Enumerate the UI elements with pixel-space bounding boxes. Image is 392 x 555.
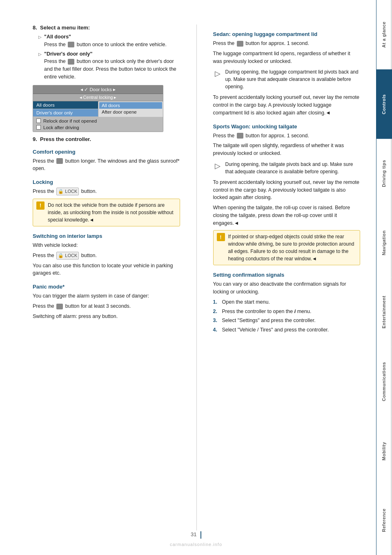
panic-text2: Press the button for at least 3 seconds. [33, 302, 180, 310]
step-4-num: 4. [213, 326, 220, 334]
driveronly-desc: Press the button once to unlock only the… [44, 58, 176, 80]
comfort-heading: Comfort opening [33, 149, 180, 155]
sports-warning-box: ! If pointed or sharp-edged objects coul… [213, 230, 361, 265]
step-8-number: 8. [33, 25, 37, 31]
driveronly-label: "Driver's door only" [44, 51, 92, 57]
unlock-icon-comfort [56, 158, 63, 164]
sedan-text3: To prevent accidentally locking yourself… [213, 94, 361, 116]
panic-text1: You can trigger the alarm system in case… [33, 292, 180, 300]
sedan-heading: Sedan: opening luggage compartment lid [213, 31, 361, 37]
menu-left-panel: All doors Driver's door only [33, 101, 98, 117]
confirmation-steps: 1. Open the start menu. 2. Press the con… [213, 298, 361, 334]
step-9-text: Press the controller. [40, 136, 91, 142]
sports-text2: The tailgate will open slightly, regardl… [213, 142, 361, 157]
column-divider [196, 25, 197, 530]
locking-warning-text: Do not lock the vehicle from the outside… [48, 201, 176, 224]
sports-text1: Press the button for approx. 1 second. [213, 132, 361, 140]
menu-subtitle-label: Central locking [83, 95, 113, 100]
menu-right-panel: All doors After door opene [98, 101, 163, 117]
sports-heading: Sports Wagon: unlocking tailgate [213, 123, 361, 130]
sedan-note-text: During opening, the luggage compartment … [225, 68, 361, 90]
sub-item-alldoors-content: "All doors" Press the button once to unl… [44, 33, 167, 49]
lock-icon-locking: 🔒 LOCK [56, 188, 79, 195]
menu-body: All doors Driver's door only All doors A… [33, 101, 163, 117]
step-1-num: 1. [213, 298, 220, 306]
step-2-num: 2. [213, 308, 220, 316]
sports-text3: To prevent accidentally locking yourself… [213, 179, 361, 201]
page-container: 8. Select a menu item: ▷ "All doors" Pre… [0, 0, 392, 555]
sidebar-tab-entertainment[interactable]: Entertainment [376, 278, 392, 347]
checkbox-lockdriving-box[interactable] [36, 125, 41, 130]
menu-right-afterdoor[interactable]: After door opene [99, 109, 162, 115]
interior-text2: Press the 🔒 LOCK button. [33, 252, 180, 260]
sidebar-tab-controls[interactable]: Controls [376, 69, 392, 139]
triangle-icon-1: ▷ [38, 34, 42, 49]
main-content: 8. Select a menu item: ▷ "All doors" Pre… [0, 0, 376, 555]
step-3-num: 3. [213, 317, 220, 324]
sedan-note-box: ▷ During opening, the luggage compartmen… [213, 68, 361, 90]
note-triangle-sports: ▷ [213, 161, 222, 170]
right-column: Sedan: opening luggage compartment lid P… [213, 25, 361, 530]
warning-icon-sports: ! [217, 233, 225, 241]
remote-icon-panic [56, 304, 63, 309]
menu-checkbox-section: Relock door if not opened Lock after dri… [33, 117, 163, 132]
sedan-text2: The luggage compartment lid opens, regar… [213, 50, 361, 65]
sub-item-alldoors: ▷ "All doors" Press the button once to u… [38, 33, 180, 49]
checkbox-relock-label: Relock door if not opened [43, 119, 97, 123]
left-column: 8. Select a menu item: ▷ "All doors" Pre… [33, 25, 180, 530]
panic-heading: Panic mode* [33, 284, 180, 290]
unlock-icon-1 [68, 42, 74, 47]
note-triangle-sedan: ▷ [213, 68, 222, 77]
page-number-text: 31 [191, 531, 196, 537]
warning-icon-locking: ! [36, 201, 45, 210]
sports-warning-text: If pointed or sharp-edged objects could … [228, 233, 357, 262]
menu-item-alldoors[interactable]: All doors [33, 101, 98, 109]
watermark: carmanualsonline.info [170, 542, 222, 547]
sidebar-tab-ataglance[interactable]: At a glance [376, 0, 392, 69]
page-number-bar [200, 531, 201, 539]
step-3-text: Select "Settings" and press the controll… [222, 317, 316, 324]
menu-checkbox-lockdriving: Lock after driving [36, 124, 160, 131]
confirmation-step-4: 4. Select "Vehicle / Tires" and press th… [213, 326, 361, 334]
confirmation-heading: Setting confirmation signals [213, 272, 361, 278]
comfort-text: Press the button longer. The windows and… [33, 157, 180, 173]
unlock-icon-2 [68, 59, 74, 65]
checkbox-lockdriving-label: Lock after driving [43, 125, 79, 130]
panic-text3: Switching off alarm: press any button. [33, 313, 180, 320]
triangle-icon-2: ▷ [38, 51, 42, 81]
step-4-text: Select "Vehicle / Tires" and press the c… [222, 326, 329, 334]
alldoors-label: "All doors" [44, 34, 71, 40]
lock-icon-interior: 🔒 LOCK [56, 252, 79, 260]
sidebar-tab-navigation[interactable]: Navigation [376, 208, 392, 278]
sidebar-tab-communications[interactable]: Communications [376, 347, 392, 416]
sports-note-box: ▷ During opening, the tailgate pivots ba… [213, 161, 361, 175]
interior-heading: Switching on interior lamps [33, 233, 180, 239]
remote-icon-sports [237, 133, 243, 139]
sub-item-driveronly-content: "Driver's door only" Press the button on… [44, 50, 180, 81]
sidebar-tab-drivingtips[interactable]: Driving tips [376, 139, 392, 208]
locking-warning-box: ! Do not lock the vehicle from the outsi… [33, 199, 180, 226]
step-8-header: 8. Select a menu item: [33, 25, 180, 31]
page-number: 31 [191, 531, 201, 539]
menu-title-text: ✓ [84, 87, 88, 92]
i-menu-icon: i [294, 309, 296, 314]
sidebar-tab-reference[interactable]: Reference [376, 486, 392, 555]
step-9-header: 9. Press the controller. [33, 136, 180, 142]
menu-item-driveronly[interactable]: Driver's door only [33, 109, 98, 117]
step-1-text: Open the start menu. [222, 298, 270, 306]
sidebar-tab-mobility[interactable]: Mobility [376, 416, 392, 486]
alldoors-desc: Press the button once to unlock the enti… [44, 42, 167, 47]
locking-heading: Locking [33, 179, 180, 185]
step-9-number: 9. [33, 136, 37, 142]
menu-checkbox-relock: Relock door if not opened [36, 118, 160, 124]
sub-item-driveronly: ▷ "Driver's door only" Press the button … [38, 50, 180, 81]
sports-note-text: During opening, the tailgate pivots back… [225, 161, 361, 175]
menu-subtitle: ◂ Central locking ▸ [33, 94, 163, 101]
step-2-text: Press the controller to open the i menu. [222, 308, 312, 316]
menu-title-label: Door locks [89, 87, 111, 92]
confirmation-step-2: 2. Press the controller to open the i me… [213, 308, 361, 316]
menu-right-alldoors[interactable]: All doors [99, 102, 162, 109]
checkbox-relock-box[interactable] [36, 119, 41, 123]
menu-title: ◂ ✓ Door locks ▸ [33, 85, 163, 94]
interior-text4: You can also use this function to locate… [33, 262, 180, 278]
